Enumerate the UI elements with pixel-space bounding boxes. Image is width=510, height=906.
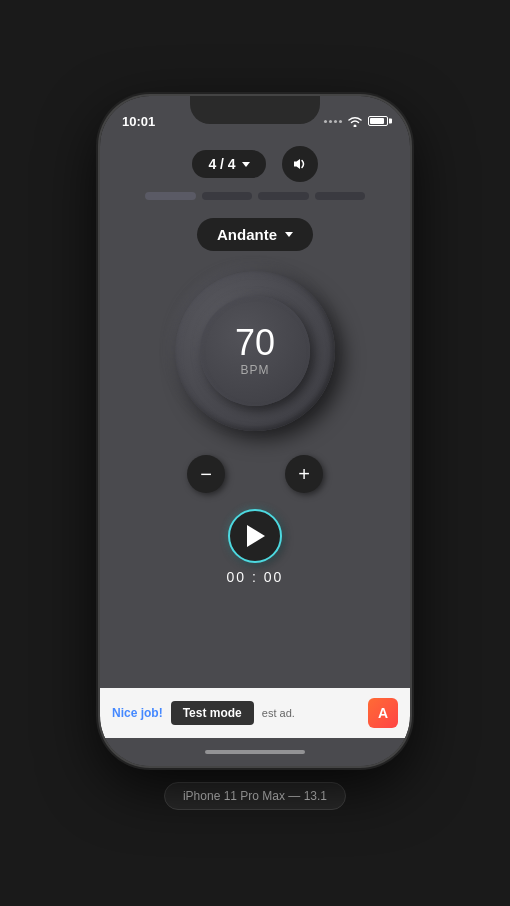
phone-frame: 10:01 (100, 96, 410, 766)
notch (190, 96, 320, 124)
home-indicator (100, 738, 410, 766)
bpm-dial-outer[interactable]: 70 BPM (175, 271, 335, 431)
minus-icon: − (200, 463, 212, 486)
app-content: 4 / 4 (100, 138, 410, 688)
controls-row: − + (187, 455, 323, 493)
ad-rest-text: est ad. (262, 707, 360, 719)
decrease-bpm-button[interactable]: − (187, 455, 225, 493)
plus-icon: + (298, 463, 310, 486)
beat-4 (315, 192, 366, 200)
volume-button[interactable] (282, 146, 318, 182)
beat-indicators (145, 192, 365, 200)
beat-2 (202, 192, 253, 200)
volume-icon (292, 157, 308, 171)
bpm-value: 70 (235, 325, 275, 361)
time-signature-value: 4 / 4 (208, 156, 235, 172)
tempo-name: Andante (217, 226, 277, 243)
play-button[interactable] (228, 509, 282, 563)
device-label: iPhone 11 Pro Max — 13.1 (164, 782, 346, 810)
timer-display: 00 : 00 (227, 569, 284, 585)
increase-bpm-button[interactable]: + (285, 455, 323, 493)
ad-banner: Nice job! Test mode est ad. A (100, 688, 410, 738)
ad-nice-job: Nice job! (112, 706, 163, 720)
bpm-unit: BPM (240, 363, 269, 377)
ad-test-mode-badge: Test mode (171, 701, 254, 725)
status-time: 10:01 (122, 114, 155, 129)
status-icons (324, 115, 388, 127)
tempo-label-button[interactable]: Andante (197, 218, 313, 251)
page-wrapper: 10:01 (0, 0, 510, 906)
signal-icon (324, 120, 342, 123)
wifi-icon (347, 115, 363, 127)
phone-screen: 10:01 (100, 96, 410, 766)
ad-logo: A (368, 698, 398, 728)
play-button-container: 00 : 00 (227, 509, 284, 585)
time-sig-arrow-icon (242, 162, 250, 167)
beat-3 (258, 192, 309, 200)
tempo-arrow-icon (285, 232, 293, 237)
battery-icon (368, 116, 388, 126)
bpm-dial-inner: 70 BPM (200, 296, 310, 406)
home-bar (205, 750, 305, 754)
time-signature-row: 4 / 4 (116, 146, 394, 182)
bpm-dial-container: 70 BPM (175, 271, 335, 431)
time-signature-button[interactable]: 4 / 4 (192, 150, 265, 178)
beat-1 (145, 192, 196, 200)
play-icon (247, 525, 265, 547)
